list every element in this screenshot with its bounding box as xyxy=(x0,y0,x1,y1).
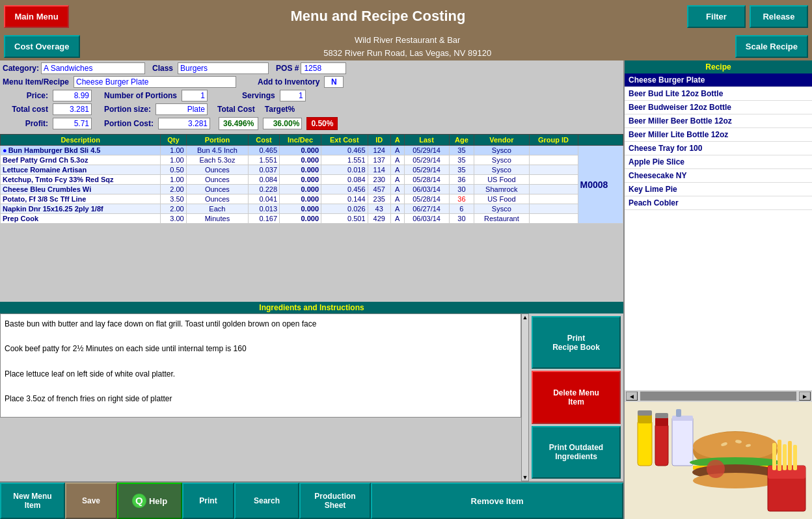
table-row[interactable]: ●Bun Hamburger Bkd Sli 4.5 1.00 Bun 4.5 … xyxy=(1,146,623,155)
recipe-item[interactable]: Peach Cobler xyxy=(625,196,812,210)
cost-overage-button[interactable]: Cost Overage xyxy=(4,35,80,58)
total-cost-input[interactable] xyxy=(53,103,92,115)
scale-recipe-button[interactable]: Scale Recipe xyxy=(735,35,808,58)
ingredients-text[interactable]: Baste bun with butter and lay face down … xyxy=(0,313,521,418)
cell-id: 43 xyxy=(368,204,390,214)
cell-extcost: 0.018 xyxy=(321,165,368,175)
svg-rect-5 xyxy=(655,417,668,426)
filter-button[interactable]: Filter xyxy=(687,5,746,28)
cell-vendor: Sysco xyxy=(474,146,529,155)
profit-label: Profit: xyxy=(3,119,48,128)
cell-a: A xyxy=(390,214,404,224)
pos-label: POS # xyxy=(276,64,299,73)
cell-groupid xyxy=(529,185,578,194)
cell-incdec: 0.000 xyxy=(280,194,321,204)
recipe-list[interactable]: Cheese Burger PlateBeer Bud Lite 12oz Bo… xyxy=(625,73,812,390)
scroll-down-icon[interactable]: ▼ xyxy=(522,474,528,481)
recipe-item[interactable]: Cheesecake NY xyxy=(625,169,812,183)
portion-size-input[interactable] xyxy=(156,103,208,115)
cell-cost: 0.013 xyxy=(249,204,280,214)
add-inventory-label: Add to Inventory xyxy=(258,77,319,86)
scroll-up-icon[interactable]: ▲ xyxy=(522,314,528,321)
price-input[interactable] xyxy=(53,90,92,101)
recipe-item[interactable]: Beer Miller Lite Bottle 12oz xyxy=(625,128,812,142)
table-row[interactable]: Ketchup, Tmto Fcy 33% Red Sqz 1.00 Ounce… xyxy=(1,175,623,185)
print-button[interactable]: Print xyxy=(182,483,234,519)
cell-cost: 0.084 xyxy=(249,175,280,185)
cell-desc: Cheese Bleu Crumbles Wi xyxy=(1,185,161,194)
cell-extcost: 0.465 xyxy=(321,146,368,155)
class-label: Class xyxy=(152,64,173,73)
servings-input[interactable] xyxy=(280,90,306,101)
recipe-item[interactable]: Beer Miller Beer Bottle 12oz xyxy=(625,114,812,128)
table-row[interactable]: Lettuce Romaine Artisan 0.50 Ounces 0.03… xyxy=(1,165,623,175)
ingredients-title-bar: Ingredients and Instructions xyxy=(0,302,623,313)
cell-vendor: US Food xyxy=(474,194,529,204)
delete-menu-item-button[interactable]: Delete Menu Item xyxy=(532,371,621,423)
scroll-right-icon[interactable]: ► xyxy=(799,392,811,401)
table-row[interactable]: Potato, Ff 3/8 Sc Tff Line 3.50 Ounces 0… xyxy=(1,194,623,204)
col-cost: Cost xyxy=(249,135,280,146)
scroll-left-icon[interactable]: ◄ xyxy=(626,392,638,401)
category-input[interactable] xyxy=(41,62,145,74)
recipe-item[interactable]: Apple Pie Slice xyxy=(625,155,812,169)
overage-value: 0.50% xyxy=(306,117,338,130)
svg-point-11 xyxy=(693,432,778,460)
svg-rect-21 xyxy=(772,443,776,470)
help-button[interactable]: Q Help xyxy=(117,483,182,519)
cell-vendor: Shamrock xyxy=(474,185,529,194)
scroll-track xyxy=(640,392,796,401)
add-inventory-input[interactable] xyxy=(324,76,344,88)
production-sheet-button[interactable]: Production Sheet xyxy=(299,483,371,519)
recipe-item[interactable]: Cheese Tray for 100 xyxy=(625,142,812,155)
cell-groupid xyxy=(529,214,578,224)
col-extcost: Ext Cost xyxy=(321,135,368,146)
cell-groupid xyxy=(529,155,578,165)
cell-qty: 1.00 xyxy=(161,155,186,165)
form-row-2: Menu Item/Recipe Add to Inventory xyxy=(3,76,621,88)
recipe-item[interactable]: Beer Budweiser 12oz Bottle xyxy=(625,101,812,114)
table-row[interactable]: Beef Patty Grnd Ch 5.3oz 1.00 Each 5.3oz… xyxy=(1,155,623,165)
cell-incdec: 0.000 xyxy=(280,155,321,165)
cell-extcost: 0.026 xyxy=(321,204,368,214)
portions-input[interactable] xyxy=(182,90,208,101)
menu-item-input[interactable] xyxy=(74,76,236,88)
main-menu-button[interactable]: Main Menu xyxy=(4,5,69,28)
table-row[interactable]: Prep Cook 3.00 Minutes 0.167 0.000 0.501… xyxy=(1,214,623,224)
recipe-item[interactable]: Key Lime Pie xyxy=(625,183,812,196)
print-outdated-button[interactable]: Print Outdated Ingredients xyxy=(532,426,621,479)
form-row-1: Category: Class POS # xyxy=(3,62,621,74)
recipe-item[interactable]: Cheese Burger Plate xyxy=(625,73,812,87)
target-pct-input[interactable] xyxy=(263,118,302,129)
cell-extcost: 0.501 xyxy=(321,214,368,224)
new-menu-item-button[interactable]: New Menu Item xyxy=(0,483,65,519)
price-label: Price: xyxy=(3,91,48,100)
class-input[interactable] xyxy=(178,62,269,74)
target-pct-col-label: Target% xyxy=(265,105,295,114)
table-row[interactable]: Napkin Dnr 15x16.25 2ply 1/8f 2.00 Each … xyxy=(1,204,623,214)
action-buttons-panel: Print Recipe Book Delete Menu Item Print… xyxy=(529,313,623,481)
remove-item-button[interactable]: Remove Item xyxy=(371,483,623,519)
pos-input[interactable] xyxy=(301,62,346,74)
save-button[interactable]: Save xyxy=(65,483,117,519)
cell-a: A xyxy=(390,194,404,204)
table-row[interactable]: Cheese Bleu Crumbles Wi 2.00 Ounces 0.22… xyxy=(1,185,623,194)
profit-input[interactable] xyxy=(53,118,92,129)
cell-a: A xyxy=(390,185,404,194)
cell-id: 114 xyxy=(368,165,390,175)
release-button[interactable]: Release xyxy=(750,5,808,28)
svg-rect-25 xyxy=(793,445,797,470)
portion-cost-input[interactable] xyxy=(158,118,210,129)
cell-id: 235 xyxy=(368,194,390,204)
recipe-item[interactable]: Beer Bud Lite 12oz Bottle xyxy=(625,87,812,101)
cell-groupid xyxy=(529,204,578,214)
cell-qty: 1.00 xyxy=(161,146,186,155)
svg-rect-22 xyxy=(778,440,781,471)
print-recipe-book-button[interactable]: Print Recipe Book xyxy=(532,316,621,369)
svg-rect-4 xyxy=(655,423,668,466)
cell-vendor: US Food xyxy=(474,175,529,185)
ingredients-left: Baste bun with butter and lay face down … xyxy=(0,313,529,481)
search-button[interactable]: Search xyxy=(234,483,299,519)
cell-desc: Lettuce Romaine Artisan xyxy=(1,165,161,175)
cell-age: 35 xyxy=(449,165,474,175)
